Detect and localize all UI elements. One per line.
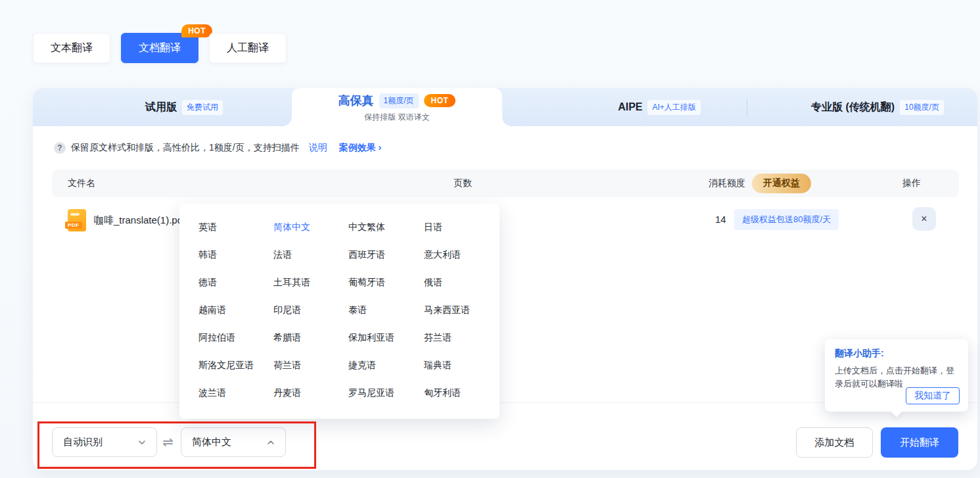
plan-fidelity-title: 高保真: [338, 93, 374, 108]
hot-pill-badge: HOT: [424, 94, 456, 107]
mode-tabs: 文本翻译 文档翻译 HOT 人工翻译: [33, 33, 287, 63]
language-option[interactable]: 中文繁体: [348, 218, 424, 237]
plan-pro-title: 专业版 (传统机翻): [811, 101, 895, 114]
language-option[interactable]: 阿拉伯语: [198, 329, 273, 347]
language-option[interactable]: 荷兰语: [273, 356, 348, 375]
help-icon[interactable]: ?: [54, 142, 66, 154]
header-pages: 页数: [454, 170, 472, 197]
plan-fidelity-badge: 1额度/页: [379, 93, 419, 108]
language-option[interactable]: 越南语: [198, 301, 273, 320]
open-privilege-button[interactable]: 开通权益: [752, 174, 811, 193]
language-option[interactable]: 马来西亚语: [424, 301, 490, 320]
plan-fidelity-subtitle: 保持排版 双语译文: [364, 112, 429, 123]
language-option[interactable]: 芬兰语: [424, 329, 490, 347]
file-cell: PDF 咖啡_translate(1).pdf: [68, 209, 185, 231]
assistant-tooltip: 翻译小助手: 上传文档后，点击开始翻译，登录后就可以翻译啦 我知道了: [825, 339, 968, 412]
plan-tab-aipe[interactable]: AIPE AI+人工排版: [580, 88, 738, 126]
plan-aipe-badge: AI+人工排版: [647, 100, 700, 115]
language-option[interactable]: 土耳其语: [273, 274, 348, 292]
tab-document-translate-label: 文档翻译: [139, 41, 181, 55]
header-quota: 消耗额度 开通权益: [709, 170, 811, 197]
close-icon: ×: [921, 213, 927, 225]
tab-document-translate[interactable]: 文档翻译 HOT: [121, 33, 198, 63]
assistant-tooltip-title: 翻译小助手:: [835, 348, 958, 360]
language-option[interactable]: 法语: [273, 246, 348, 264]
tooltip-confirm-button[interactable]: 我知道了: [906, 387, 960, 404]
translate-card: 试用版 免费试用 AIPE AI+人工排版 专业版 (传统机翻) 10额度/页 …: [33, 88, 977, 470]
language-option[interactable]: 日语: [424, 218, 490, 237]
plan-description: ? 保留原文样式和排版，高性价比，1额度/页，支持扫描件 说明 案例效果 ›: [54, 142, 381, 154]
plan-tab-fidelity[interactable]: 高保真 1额度/页 HOT 保持排版 双语译文: [292, 88, 502, 126]
bonus-quota-link[interactable]: 超级权益包送80额度/天: [734, 209, 839, 230]
language-option[interactable]: 葡萄牙语: [348, 274, 424, 292]
plan-trial-title: 试用版: [145, 101, 177, 114]
plan-tab-trial[interactable]: 试用版 免费试用: [105, 88, 263, 126]
document-translate-page: 文本翻译 文档翻译 HOT 人工翻译 试用版 免费试用 AIPE AI+人工排版…: [0, 0, 980, 478]
header-quota-label: 消耗额度: [709, 178, 745, 189]
plan-aipe-title: AIPE: [618, 101, 642, 113]
chevron-up-icon: [267, 439, 275, 446]
plan-pro-badge: 10额度/页: [900, 100, 944, 115]
language-option[interactable]: 韩语: [198, 246, 273, 264]
tab-human-translate[interactable]: 人工翻译: [209, 33, 287, 63]
remove-file-button[interactable]: ×: [912, 207, 936, 231]
detail-link[interactable]: 说明: [309, 142, 327, 154]
tab-human-translate-label: 人工翻译: [227, 41, 269, 55]
language-option[interactable]: 瑞典语: [424, 356, 490, 375]
language-option[interactable]: 波兰语: [198, 384, 273, 402]
language-option[interactable]: 希腊语: [273, 329, 348, 347]
source-language-value: 自动识别: [63, 436, 103, 448]
language-option[interactable]: 西班牙语: [348, 246, 424, 264]
language-option[interactable]: 保加利亚语: [348, 329, 424, 347]
file-table-header: 文件名 页数 消耗额度 开通权益 操作: [52, 170, 959, 197]
pdf-file-icon: PDF: [68, 209, 86, 231]
tab-text-translate[interactable]: 文本翻译: [33, 33, 110, 63]
case-effect-link[interactable]: 案例效果 ›: [339, 142, 382, 154]
language-option[interactable]: 德语: [198, 274, 273, 292]
quota-value: 14: [715, 214, 726, 225]
source-language-select[interactable]: 自动识别: [52, 427, 157, 457]
language-option[interactable]: 印尼语: [273, 301, 348, 320]
tab-text-translate-label: 文本翻译: [51, 41, 93, 55]
language-option[interactable]: 泰语: [348, 301, 424, 320]
language-grid: 英语简体中文中文繁体日语韩语法语西班牙语意大利语德语土耳其语葡萄牙语俄语越南语印…: [198, 218, 490, 402]
header-action: 操作: [902, 170, 921, 197]
language-option[interactable]: 罗马尼亚语: [348, 384, 424, 402]
plan-tab-pro[interactable]: 专业版 (传统机翻) 10额度/页: [782, 88, 973, 126]
add-document-button[interactable]: 添加文档: [796, 427, 873, 458]
tab-flare-left: [283, 117, 292, 126]
start-translate-button[interactable]: 开始翻译: [881, 427, 958, 458]
target-language-select[interactable]: 简体中文: [181, 427, 286, 457]
target-language-value: 简体中文: [192, 436, 231, 448]
header-file-name: 文件名: [68, 170, 95, 197]
hot-badge: HOT: [181, 24, 212, 37]
language-option[interactable]: 丹麦语: [273, 384, 348, 402]
tab-flare-right: [502, 117, 511, 126]
plan-description-text: 保留原文样式和排版，高性价比，1额度/页，支持扫描件: [71, 142, 300, 154]
chevron-down-icon: [138, 439, 146, 446]
language-option[interactable]: 简体中文: [273, 218, 348, 237]
language-dropdown-panel: 英语简体中文中文繁体日语韩语法语西班牙语意大利语德语土耳其语葡萄牙语俄语越南语印…: [179, 204, 500, 419]
file-name: 咖啡_translate(1).pdf: [94, 214, 185, 227]
language-option[interactable]: 意大利语: [424, 246, 490, 264]
plan-divider: [747, 99, 747, 116]
language-option[interactable]: 匈牙利语: [424, 384, 490, 402]
swap-languages-icon[interactable]: ⇌: [162, 434, 174, 450]
language-option[interactable]: 捷克语: [348, 356, 424, 375]
language-option[interactable]: 英语: [198, 218, 273, 237]
plan-trial-badge: 免费试用: [182, 100, 223, 115]
pdf-file-icon-label: PDF: [65, 222, 82, 229]
language-option[interactable]: 斯洛文尼亚语: [198, 356, 273, 375]
language-option[interactable]: 俄语: [424, 274, 490, 292]
